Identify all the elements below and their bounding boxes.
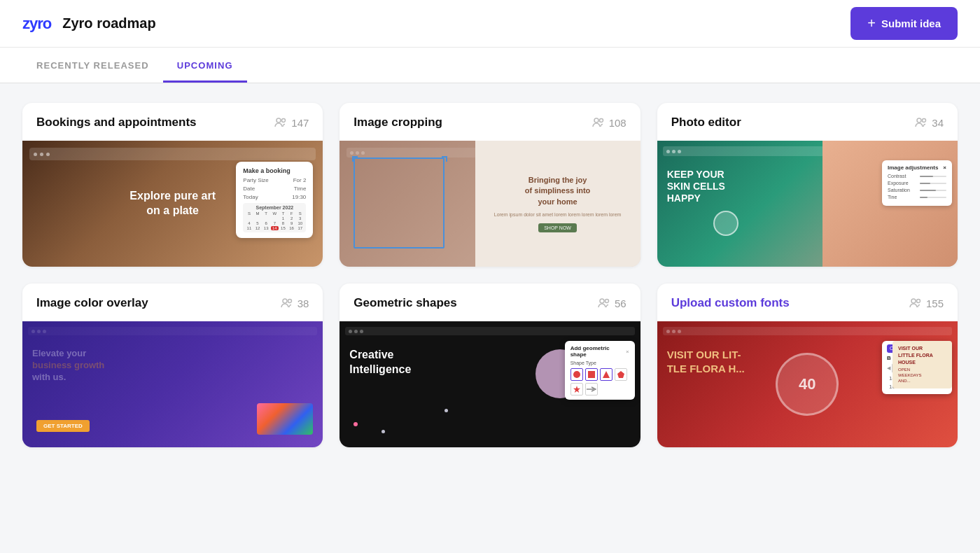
votes-icon-4 — [281, 298, 293, 308]
card-header-image-color-overlay: Image color overlay 38 — [22, 284, 323, 321]
votes-icon-6 — [909, 298, 922, 308]
fonts-secondary-card: VISIT OURLITTLE FLORAHOUSE OPENWEEKDAYSA… — [892, 341, 952, 388]
card-votes-bookings: 147 — [274, 117, 309, 129]
card-image-bookings: Explore pure arton a plate Make a bookin… — [22, 141, 323, 267]
svg-point-6 — [283, 299, 287, 303]
color-picker-visual — [257, 403, 313, 435]
card-header-photo-editor: Photo editor 34 — [657, 103, 958, 141]
svg-marker-11 — [573, 386, 580, 393]
tab-upcoming[interactable]: UPCOMING — [163, 48, 247, 83]
votes-count-image-cropping: 108 — [609, 117, 626, 129]
card-image-cropping[interactable]: Image cropping 108 Bring — [340, 103, 640, 267]
card-image-photo-editor: KEEP YOURSKIN CELLSHAPPY Image adjustmen… — [657, 141, 958, 267]
svg-marker-10 — [617, 371, 624, 378]
card-image-image-color-overlay: Elevate your business growth with us. GE… — [22, 321, 323, 447]
card-image-image-cropping: Bringing the joyof simpliness intoyour h… — [340, 141, 640, 267]
logo: zyro — [22, 15, 51, 33]
card-image-geometric-shapes: CreativeIntelligence Add geometric shape… — [340, 321, 640, 447]
card-title-photo-editor: Photo editor — [671, 115, 741, 130]
svg-point-7 — [288, 300, 291, 303]
svg-point-2 — [594, 118, 598, 122]
votes-count-photo-editor: 34 — [932, 117, 944, 129]
plus-icon: + — [867, 15, 876, 31]
card-geometric-shapes[interactable]: Geometric shapes 56 CreativeIntelligence — [340, 284, 640, 447]
svg-point-13 — [916, 300, 920, 303]
card-header-upload-custom-fonts: Upload custom fonts 155 — [657, 284, 958, 321]
card-header-geometric-shapes: Geometric shapes 56 — [340, 284, 640, 321]
votes-count-geometric-shapes: 56 — [615, 298, 626, 309]
fonts-visual-text: VISIT OUR LIT-TLE FLORA H... — [667, 348, 745, 375]
card-votes-upload-custom-fonts: 155 — [909, 298, 944, 309]
svg-point-0 — [276, 118, 281, 122]
submit-idea-button[interactable]: + Submit idea — [850, 7, 958, 40]
bookings-visual-text: Explore pure arton a plate — [130, 189, 216, 218]
votes-count-image-color-overlay: 38 — [298, 298, 309, 309]
card-votes-image-cropping: 108 — [592, 117, 626, 129]
card-title-image-cropping: Image cropping — [354, 115, 442, 130]
card-image-upload-custom-fonts: VISIT OUR LIT-TLE FLORA H... 40 Custom ▾… — [657, 321, 958, 447]
svg-point-4 — [917, 118, 921, 122]
card-upload-custom-fonts[interactable]: Upload custom fonts 155 VISIT OUR LIT-TL — [657, 284, 958, 447]
card-image-color-overlay[interactable]: Image color overlay 38 Elevate your busi… — [22, 284, 323, 447]
card-header-bookings: Bookings and appointments 147 — [22, 103, 323, 141]
votes-icon — [274, 118, 287, 127]
tab-nav: RECENTLY RELEASED UPCOMING — [0, 48, 980, 83]
booking-widget: Make a booking Party SizeFor 2 DateTime … — [236, 162, 313, 238]
svg-point-5 — [923, 119, 926, 122]
svg-point-8 — [600, 299, 604, 303]
svg-point-1 — [282, 119, 286, 122]
page-title: Zyro roadmap — [62, 15, 155, 31]
card-title-upload-custom-fonts: Upload custom fonts — [671, 296, 790, 310]
tab-recently-released[interactable]: RECENTLY RELEASED — [22, 48, 163, 83]
cards-grid: Bookings and appointments 147 Explore pu… — [0, 83, 980, 467]
card-votes-image-color-overlay: 38 — [281, 298, 309, 309]
votes-icon-3 — [915, 118, 927, 127]
card-bookings[interactable]: Bookings and appointments 147 Explore pu… — [22, 103, 323, 267]
photo-visual-text: KEEP YOURSKIN CELLSHAPPY — [667, 169, 725, 204]
card-photo-editor[interactable]: Photo editor 34 KEEP YOURSKIN CELLSHAPPY — [657, 103, 958, 267]
card-title-image-color-overlay: Image color overlay — [36, 296, 148, 310]
votes-icon-2 — [592, 118, 605, 127]
card-votes-geometric-shapes: 56 — [598, 298, 626, 309]
card-header-image-cropping: Image cropping 108 — [340, 103, 640, 141]
svg-point-3 — [599, 119, 603, 122]
add-shape-panel: Add geometric shape × Shape Type — [565, 341, 635, 400]
shapes-visual-text: CreativeIntelligence — [349, 348, 411, 377]
votes-icon-5 — [598, 298, 610, 308]
app-header: zyro Zyro roadmap + Submit idea — [0, 0, 980, 48]
image-adjustments-panel: Image adjustments × Contrast Exposure Sa… — [882, 160, 952, 206]
votes-count-upload-custom-fonts: 155 — [926, 298, 944, 309]
font-magnifier: 40 — [776, 353, 839, 416]
votes-count-bookings: 147 — [291, 117, 309, 129]
submit-idea-label: Submit idea — [881, 18, 941, 29]
svg-point-9 — [605, 300, 608, 303]
header-left: zyro Zyro roadmap — [22, 15, 156, 33]
card-title-geometric-shapes: Geometric shapes — [354, 296, 456, 310]
card-title-bookings: Bookings and appointments — [36, 115, 197, 130]
card-votes-photo-editor: 34 — [915, 117, 944, 129]
svg-point-12 — [911, 299, 916, 303]
